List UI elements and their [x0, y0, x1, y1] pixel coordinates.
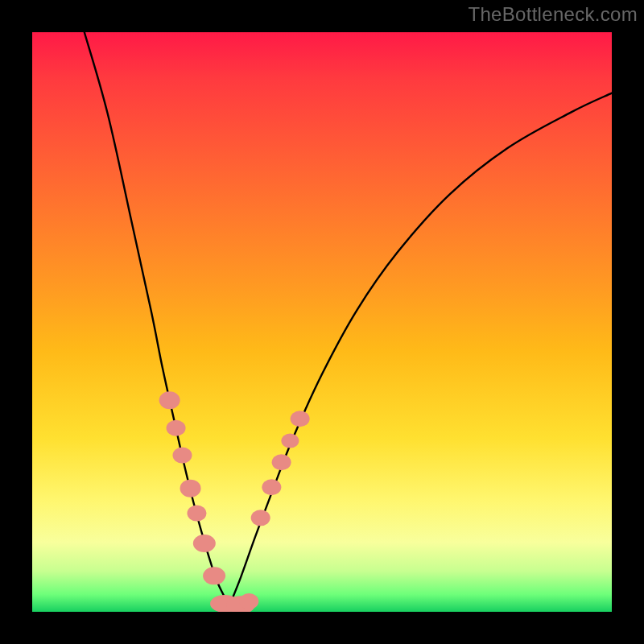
marker-right — [262, 479, 281, 495]
marker-right — [291, 411, 310, 427]
marker-right — [251, 510, 270, 526]
marker-left — [159, 391, 180, 409]
marker-left — [172, 448, 192, 464]
marker-group — [159, 391, 310, 612]
marker-left — [203, 567, 225, 584]
marker-left — [193, 535, 216, 552]
curve-left-line — [85, 32, 229, 606]
chart-frame: TheBottleneck.com — [0, 0, 644, 644]
marker-right — [281, 434, 299, 448]
marker-left — [167, 420, 186, 436]
chart-overlay — [32, 32, 612, 612]
marker-bottom — [239, 593, 258, 609]
watermark-text: TheBottleneck.com — [468, 3, 638, 26]
marker-left — [187, 506, 206, 522]
curve-right-line — [229, 93, 612, 606]
plot-area — [32, 32, 612, 612]
marker-right — [272, 454, 291, 470]
marker-left — [180, 480, 201, 497]
